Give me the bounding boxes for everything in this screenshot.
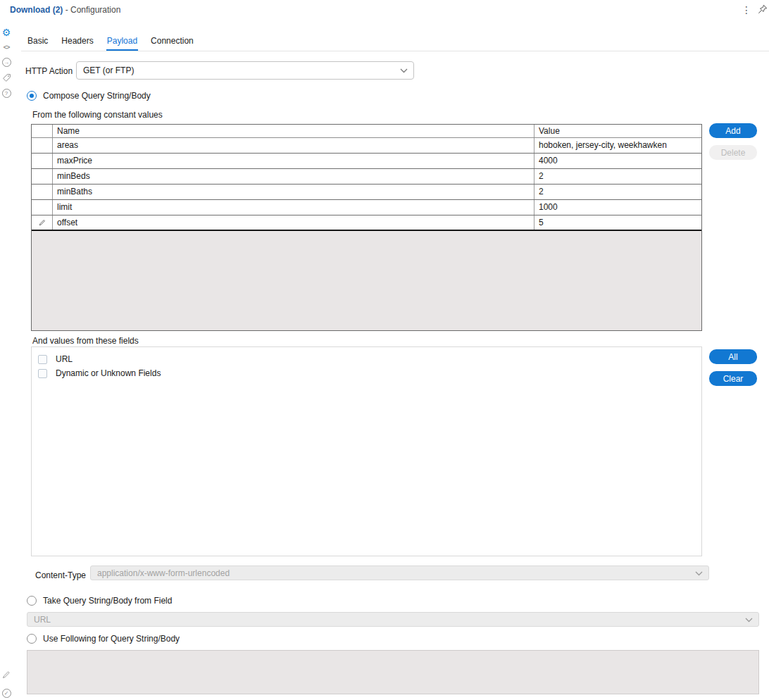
constants-table: Name Value areas hoboken, jersey-city, w… xyxy=(31,124,702,331)
table-row[interactable]: maxPrice 4000 xyxy=(32,154,701,169)
action-name: Download (2) xyxy=(10,5,63,15)
radio-take-field[interactable] xyxy=(27,596,37,606)
run-icon[interactable]: → xyxy=(1,56,12,68)
tab-connection[interactable]: Connection xyxy=(150,34,194,51)
use-following-radio-label: Use Following for Query String/Body xyxy=(43,634,180,644)
value-cell[interactable]: 1000 xyxy=(534,200,701,215)
chevron-down-icon xyxy=(745,618,753,623)
header-selector-cell xyxy=(32,125,53,137)
column-header-value[interactable]: Value xyxy=(534,125,701,137)
column-header-name[interactable]: Name xyxy=(53,125,534,137)
take-field-radio-label: Take Query String/Body from Field xyxy=(43,596,172,606)
row-selector[interactable] xyxy=(32,215,53,230)
value-cell[interactable]: hoboken, jersey-city, weekhawken xyxy=(534,138,701,153)
row-selector[interactable] xyxy=(32,154,53,168)
http-action-value: GET (or FTP) xyxy=(83,65,134,75)
tabs-separator xyxy=(21,51,769,51)
chevron-down-icon xyxy=(400,68,408,73)
content-type-select[interactable]: application/x-www-form-urlencoded xyxy=(90,565,709,580)
value-cell[interactable]: 4000 xyxy=(534,154,701,168)
window-title: Download (2) - Configuration xyxy=(10,5,120,15)
http-action-select[interactable]: GET (or FTP) xyxy=(76,61,414,80)
all-button[interactable]: All xyxy=(709,349,757,364)
query-body-textarea[interactable] xyxy=(27,650,759,694)
name-cell[interactable]: limit xyxy=(53,200,534,215)
status-ok-icon[interactable]: ✓ xyxy=(1,687,12,699)
content-type-label: Content-Type xyxy=(35,570,86,580)
take-field-value: URL xyxy=(34,615,51,625)
edit-icon[interactable] xyxy=(1,669,12,680)
name-cell[interactable]: maxPrice xyxy=(53,154,534,168)
radio-compose[interactable] xyxy=(27,91,37,101)
code-icon[interactable]: <> xyxy=(1,42,12,53)
radio-use-following[interactable] xyxy=(27,634,37,644)
field-item-label: Dynamic or Unknown Fields xyxy=(56,368,161,378)
edit-row-icon xyxy=(39,219,46,226)
take-field-radio-option[interactable]: Take Query String/Body from Field xyxy=(27,596,172,606)
table-row[interactable]: minBaths 2 xyxy=(32,185,701,200)
tab-bar: Basic Headers Payload Connection xyxy=(27,34,194,51)
clear-button[interactable]: Clear xyxy=(709,371,757,386)
tab-payload[interactable]: Payload xyxy=(106,34,138,51)
sidebar: ⚙ <> → ? ✓ xyxy=(0,20,14,700)
row-selector[interactable] xyxy=(32,169,53,184)
http-action-label: HTTP Action xyxy=(25,66,73,76)
help-glyph: ? xyxy=(2,89,11,98)
check-glyph: ✓ xyxy=(2,689,11,698)
name-cell[interactable]: minBaths xyxy=(53,185,534,199)
compose-radio-label: Compose Query String/Body xyxy=(43,91,151,101)
window-header: Download (2) - Configuration ⋮ xyxy=(0,0,769,20)
window-title-suffix: - Configuration xyxy=(63,5,120,15)
name-cell[interactable]: areas xyxy=(53,138,534,153)
row-selector[interactable] xyxy=(32,138,53,153)
help-icon[interactable]: ? xyxy=(1,87,12,99)
table-row[interactable]: limit 1000 xyxy=(32,200,701,215)
field-item-label: URL xyxy=(56,354,73,364)
fields-listbox: URL Dynamic or Unknown Fields xyxy=(31,346,702,556)
row-selector[interactable] xyxy=(32,200,53,215)
pin-icon[interactable] xyxy=(758,4,768,14)
name-cell[interactable]: offset xyxy=(53,215,534,230)
constants-section-label: From the following constant values xyxy=(32,110,163,120)
value-cell[interactable]: 5 xyxy=(534,215,701,230)
table-row-current[interactable]: offset 5 xyxy=(32,215,701,231)
take-field-select[interactable]: URL xyxy=(27,612,759,627)
fields-section-label: And values from these fields xyxy=(32,336,139,346)
use-following-radio-option[interactable]: Use Following for Query String/Body xyxy=(27,634,180,644)
table-row[interactable]: areas hoboken, jersey-city, weekhawken xyxy=(32,138,701,154)
tag-icon[interactable] xyxy=(1,72,12,83)
row-selector[interactable] xyxy=(32,185,53,199)
tab-basic[interactable]: Basic xyxy=(27,34,49,51)
add-button[interactable]: Add xyxy=(709,123,757,138)
list-item[interactable]: Dynamic or Unknown Fields xyxy=(32,366,701,380)
content-type-value: application/x-www-form-urlencoded xyxy=(97,568,230,578)
name-cell[interactable]: minBeds xyxy=(53,169,534,184)
table-row[interactable]: minBeds 2 xyxy=(32,169,701,185)
value-cell[interactable]: 2 xyxy=(534,169,701,184)
run-arrow-glyph: → xyxy=(2,58,11,67)
chevron-down-icon xyxy=(695,571,703,576)
tab-headers[interactable]: Headers xyxy=(61,34,94,51)
settings-icon[interactable]: ⚙ xyxy=(1,27,12,38)
checkbox-url[interactable] xyxy=(38,355,47,364)
checkbox-dynamic-fields[interactable] xyxy=(38,369,47,378)
compose-radio-option[interactable]: Compose Query String/Body xyxy=(27,91,151,101)
delete-button[interactable]: Delete xyxy=(709,145,757,160)
value-cell[interactable]: 2 xyxy=(534,185,701,199)
more-options-icon[interactable]: ⋮ xyxy=(741,4,752,16)
constants-table-header: Name Value xyxy=(32,125,701,138)
list-item[interactable]: URL xyxy=(32,352,701,366)
